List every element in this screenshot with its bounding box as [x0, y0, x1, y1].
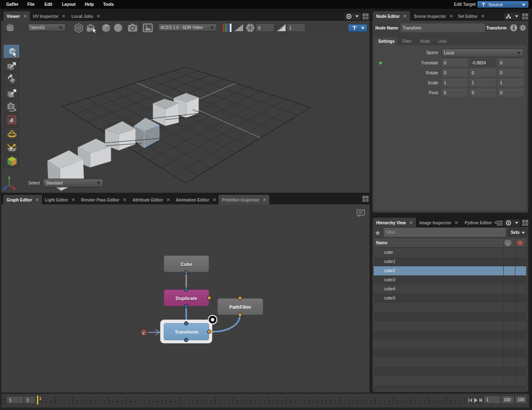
svg-text:Transform: Transform	[175, 329, 198, 334]
svg-text:Duplicate: Duplicate	[176, 296, 197, 301]
svg-text:r: r	[143, 330, 145, 335]
svg-text:PathFilter: PathFilter	[229, 304, 251, 309]
svg-text:Cube: Cube	[180, 262, 192, 267]
